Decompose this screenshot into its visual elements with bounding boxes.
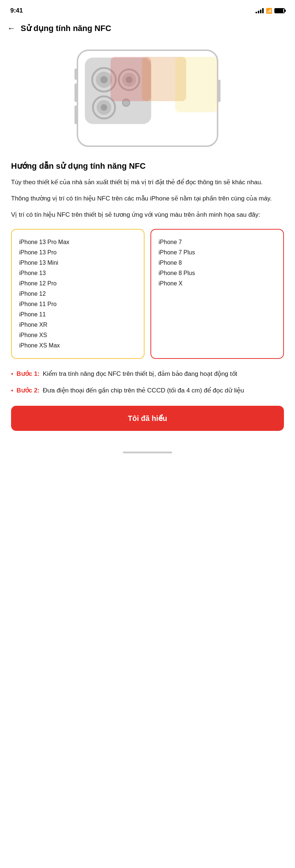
list-item: iPhone 8: [159, 258, 276, 268]
status-icons: 📶: [256, 8, 285, 14]
step-1-label: Bước 1:: [17, 369, 40, 379]
list-item: iPhone 13 Mini: [19, 258, 136, 268]
svg-point-14: [101, 104, 107, 111]
list-item: iPhone 13: [19, 268, 136, 278]
wifi-icon: 📶: [266, 8, 272, 14]
understood-button[interactable]: Tôi đã hiểu: [11, 406, 284, 431]
svg-rect-2: [74, 83, 77, 102]
battery-icon: [274, 8, 285, 13]
step-2-text: Đưa điện thoại đến gần chip trên thẻ CCC…: [43, 386, 244, 395]
page-title: Sử dụng tính năng NFC: [21, 24, 111, 33]
home-bar: [123, 452, 172, 453]
step-2-bullet: •: [11, 386, 13, 395]
step-2: • Bước 2: Đưa điện thoại đến gần chip tr…: [11, 386, 284, 395]
main-content: Hướng dẫn sử dụng tính năng NFC Tùy theo…: [0, 161, 295, 395]
steps-section: • Bước 1: Kiểm tra tính năng đọc NFC trê…: [11, 369, 284, 395]
yellow-device-list: iPhone 13 Pro Max iPhone 13 Pro iPhone 1…: [11, 229, 145, 359]
step-1-bullet: •: [11, 369, 13, 379]
status-bar: 9:41 📶: [0, 0, 295, 19]
step-1-text: Kiểm tra tính năng đọc NFC trên thiết bị…: [43, 369, 237, 379]
list-item: iPhone XR: [19, 320, 136, 330]
list-item: iPhone 12 Pro: [19, 278, 136, 289]
svg-rect-4: [218, 80, 221, 102]
list-item: iPhone XS: [19, 330, 136, 340]
cta-section: Tôi đã hiểu: [0, 406, 295, 446]
back-button[interactable]: ←: [7, 24, 15, 33]
svg-rect-1: [74, 69, 77, 80]
signal-icon: [256, 8, 264, 13]
nav-bar: ← Sử dụng tính năng NFC: [0, 19, 295, 39]
paragraph-3: Vị trí có tín hiệu NFC trên thiết bị sẽ …: [11, 210, 284, 220]
list-item: iPhone 11 Pro: [19, 299, 136, 309]
svg-point-8: [100, 76, 108, 83]
paragraph-1: Tùy theo thiết kế của nhà sản xuất thiết…: [11, 178, 284, 187]
phone-illustration: [0, 39, 295, 161]
paragraph-2: Thông thường vị trí có tín hiệu NFC trên…: [11, 194, 284, 203]
list-item: iPhone 7 Plus: [159, 247, 276, 258]
status-time: 9:41: [10, 7, 23, 14]
nfc-illustration: [66, 47, 229, 150]
section-title: Hướng dẫn sử dụng tính năng NFC: [11, 161, 284, 172]
list-item: iPhone 12: [19, 289, 136, 299]
svg-rect-18: [175, 57, 218, 112]
device-lists: iPhone 13 Pro Max iPhone 13 Pro iPhone 1…: [11, 229, 284, 359]
list-item: iPhone 11: [19, 309, 136, 320]
step-2-label: Bước 2:: [17, 386, 40, 395]
list-item: iPhone X: [159, 278, 276, 289]
red-device-list: iPhone 7 iPhone 7 Plus iPhone 8 iPhone 8…: [150, 229, 284, 359]
home-indicator: [0, 446, 295, 457]
step-1: • Bước 1: Kiểm tra tính năng đọc NFC trê…: [11, 369, 284, 379]
list-item: iPhone 13 Pro Max: [19, 237, 136, 247]
svg-rect-3: [74, 106, 77, 124]
list-item: iPhone 8 Plus: [159, 268, 276, 278]
list-item: iPhone XS Max: [19, 340, 136, 351]
list-item: iPhone 7: [159, 237, 276, 247]
list-item: iPhone 13 Pro: [19, 247, 136, 258]
